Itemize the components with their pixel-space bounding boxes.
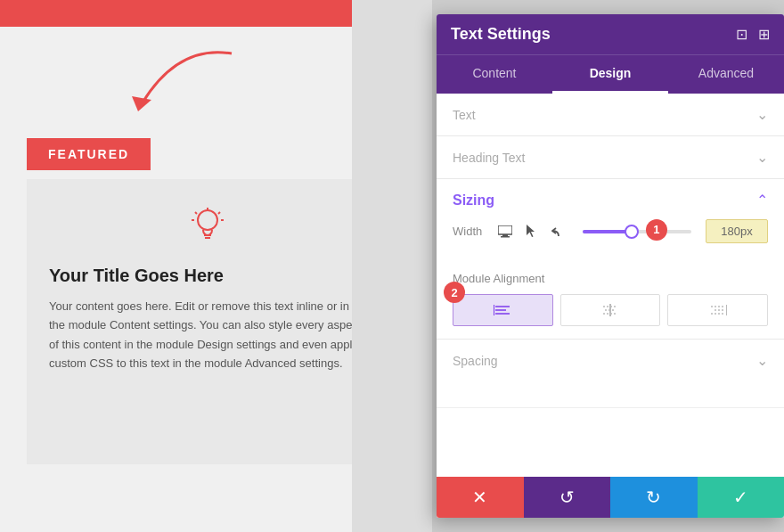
sizing-header[interactable]: Sizing ⌃: [437, 179, 784, 216]
settings-panel: Text Settings ⊡ ⊞ Content Design Advance…: [437, 14, 784, 518]
action-bar: ✕ ↺ ↻ ✓: [437, 477, 784, 518]
card-title: Your Title Goes Here: [49, 266, 365, 286]
align-right-button[interactable]: [667, 294, 768, 326]
spacing-label: Spacing: [453, 354, 498, 368]
align-left-button[interactable]: [453, 294, 553, 326]
cursor-icon[interactable]: [522, 222, 542, 241]
card-area: Your Title Goes Here Your content goes h…: [27, 179, 388, 464]
heading-text-label: Heading Text: [453, 151, 525, 165]
redo-button[interactable]: ↻: [610, 477, 698, 518]
panel-title: Text Settings: [451, 25, 551, 44]
card-text: Your content goes here. Edit or remove t…: [49, 297, 365, 373]
sizing-chevron-icon: ⌃: [756, 192, 768, 209]
cancel-button[interactable]: ✕: [437, 477, 524, 518]
svg-point-1: [198, 210, 217, 230]
text-section-row[interactable]: Text ⌄: [437, 94, 784, 136]
heading-text-section-row[interactable]: Heading Text ⌄: [437, 136, 784, 179]
alignment-label: Module Alignment: [453, 272, 768, 285]
svg-rect-8: [502, 234, 508, 236]
width-label: Width: [453, 225, 488, 238]
svg-line-3: [195, 212, 197, 214]
featured-badge: Featured: [27, 138, 151, 170]
spacing-section-row[interactable]: Spacing ⌄: [437, 339, 784, 381]
svg-rect-9: [501, 236, 510, 238]
desktop-icon[interactable]: [495, 222, 515, 241]
width-slider[interactable]: 1: [583, 230, 691, 233]
undo-icon[interactable]: [549, 222, 568, 241]
gutter: [352, 0, 432, 532]
slider-thumb: [625, 225, 639, 239]
panel-tabs: Content Design Advanced: [437, 54, 784, 94]
lightbulb-icon: [49, 206, 365, 253]
width-row: Width: [453, 219, 768, 243]
tab-design[interactable]: Design: [552, 55, 668, 94]
grid-icon[interactable]: ⊞: [758, 26, 770, 43]
badge-2: 2: [444, 282, 465, 303]
panel-body[interactable]: Text ⌄ Heading Text ⌄ Sizing ⌃ Width: [437, 94, 784, 477]
tab-advanced[interactable]: Advanced: [668, 55, 784, 94]
align-center-button[interactable]: [560, 294, 661, 326]
svg-line-4: [218, 212, 220, 214]
expand-icon[interactable]: ⊡: [736, 26, 747, 43]
extra-space: [437, 381, 784, 408]
reset-button[interactable]: ↺: [524, 477, 611, 518]
alignment-options: 2: [453, 294, 768, 326]
header-icons: ⊡ ⊞: [736, 26, 770, 43]
svg-rect-7: [498, 225, 512, 234]
panel-header: Text Settings ⊡ ⊞: [437, 14, 784, 54]
text-section-label: Text: [453, 108, 476, 122]
spacing-chevron-icon: ⌄: [756, 352, 768, 369]
badge-1: 1: [646, 219, 667, 241]
heading-chevron-icon: ⌄: [756, 149, 768, 166]
sizing-title: Sizing: [453, 192, 494, 209]
svg-marker-10: [527, 225, 535, 237]
save-button[interactable]: ✓: [698, 477, 785, 518]
sizing-content: Width: [437, 216, 784, 265]
tab-content[interactable]: Content: [437, 55, 552, 94]
module-alignment-section: Module Alignment 2: [437, 265, 784, 339]
text-chevron-icon: ⌄: [756, 106, 768, 123]
width-input[interactable]: [706, 219, 768, 243]
slider-track: [583, 230, 691, 233]
